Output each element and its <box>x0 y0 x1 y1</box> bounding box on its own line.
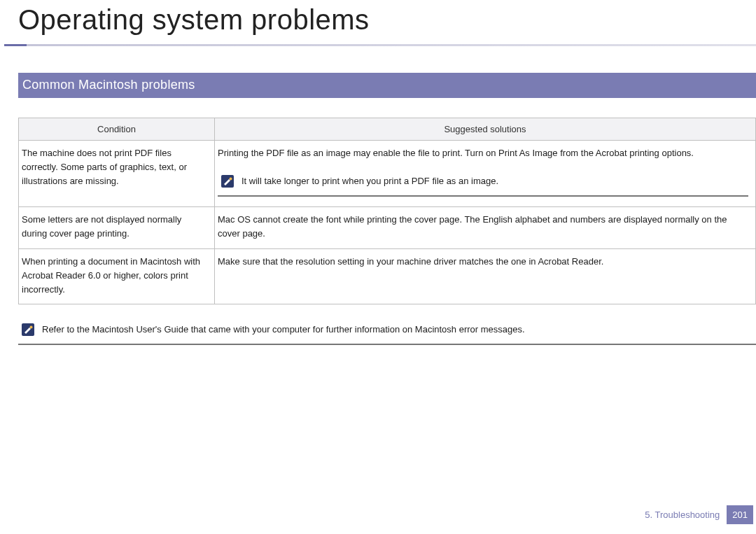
footer-page-number: 201 <box>727 505 753 524</box>
solution-cell: Make sure that the resolution setting in… <box>215 248 756 304</box>
footer-note-text: Refer to the Macintosh User's Guide that… <box>42 324 525 335</box>
problems-table: Condition Suggested solutions The machin… <box>18 118 756 304</box>
page-title: Operating system problems <box>18 4 756 36</box>
condition-cell: When printing a document in Macintosh wi… <box>19 248 215 304</box>
solution-text: Printing the PDF file as an image may en… <box>218 148 694 158</box>
note-text: It will take longer to print when you pr… <box>241 174 498 188</box>
solution-cell: Printing the PDF file as an image may en… <box>215 141 756 207</box>
condition-cell: The machine does not print PDF files cor… <box>19 141 215 207</box>
title-underline <box>4 44 756 46</box>
table-header-condition: Condition <box>19 118 215 141</box>
note-icon <box>21 323 35 337</box>
condition-cell: Some letters are not displayed normally … <box>19 207 215 248</box>
table-row: The machine does not print PDF files cor… <box>19 141 756 207</box>
solution-cell: Mac OS cannot create the font while prin… <box>215 207 756 248</box>
content-area: Condition Suggested solutions The machin… <box>0 98 756 304</box>
footer-chapter: 5. Troubleshooting <box>645 510 720 520</box>
footer-note: Refer to the Macintosh User's Guide that… <box>18 318 756 345</box>
section-heading: Common Macintosh problems <box>18 73 756 98</box>
inline-note: It will take longer to print when you pr… <box>218 170 748 197</box>
note-icon <box>220 174 234 188</box>
table-row: When printing a document in Macintosh wi… <box>19 248 756 304</box>
svg-point-1 <box>230 178 232 181</box>
svg-point-3 <box>30 325 33 328</box>
page-footer: 5. Troubleshooting 201 <box>645 505 753 524</box>
table-row: Some letters are not displayed normally … <box>19 207 756 248</box>
table-header-solutions: Suggested solutions <box>215 118 756 141</box>
